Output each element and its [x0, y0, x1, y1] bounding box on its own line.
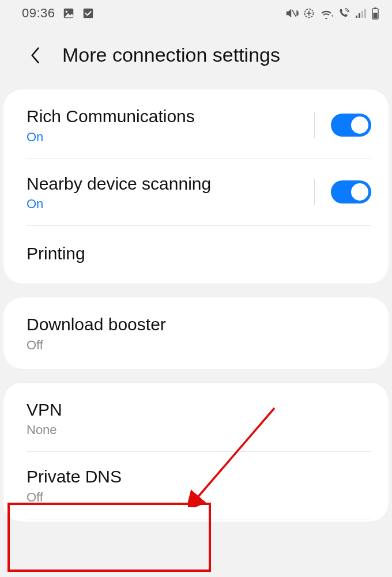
row-printing[interactable]: Printing [3, 226, 389, 281]
row-title: Rich Communications [27, 105, 307, 127]
row-subtitle: Off [27, 490, 371, 505]
row-private-dns[interactable]: Private DNS Off [3, 452, 389, 519]
wifi-icon: + [319, 7, 333, 19]
page-header: More connection settings [0, 27, 392, 89]
row-title: VPN [27, 399, 371, 421]
svg-point-1 [65, 10, 67, 13]
image-icon [62, 7, 75, 20]
page-title: More connection settings [62, 44, 280, 66]
row-vpn[interactable]: VPN None [3, 385, 389, 452]
toggle-nearby-device-scanning[interactable] [331, 180, 371, 203]
row-subtitle: Off [27, 338, 371, 353]
divider [27, 519, 371, 519]
row-title: Nearby device scanning [27, 173, 307, 195]
vertical-divider [314, 179, 315, 205]
back-button[interactable] [24, 44, 46, 66]
signal-icon [355, 7, 367, 19]
row-subtitle: On [27, 130, 307, 145]
clock: 09:36 [22, 6, 55, 21]
status-bar: 09:36 + [0, 0, 392, 27]
data-saver-icon [303, 7, 315, 19]
vertical-divider [314, 112, 315, 138]
row-subtitle: None [27, 423, 371, 438]
row-title: Printing [27, 243, 371, 265]
settings-group-3: VPN None Private DNS Off [3, 383, 389, 522]
svg-rect-9 [364, 9, 366, 18]
svg-rect-2 [83, 9, 93, 18]
row-download-booster[interactable]: Download booster Off [3, 300, 389, 367]
battery-icon [371, 7, 379, 20]
row-nearby-device-scanning[interactable]: Nearby device scanning On [3, 159, 389, 226]
row-title: Private DNS [27, 466, 371, 488]
row-title: Download booster [27, 314, 371, 335]
svg-text:+: + [331, 13, 333, 19]
svg-rect-6 [356, 16, 357, 18]
row-subtitle: On [27, 197, 307, 212]
toggle-rich-communications[interactable] [331, 114, 371, 137]
svg-line-3 [292, 10, 296, 17]
svg-rect-12 [374, 13, 378, 18]
settings-group-1: Rich Communications On Nearby device sca… [3, 89, 389, 284]
settings-group-2: Download booster Off [3, 297, 389, 369]
svg-rect-11 [374, 7, 376, 9]
svg-rect-8 [361, 11, 363, 18]
wifi-calling-icon [338, 7, 350, 19]
svg-rect-7 [359, 13, 360, 18]
mute-vibrate-icon [285, 7, 299, 19]
row-rich-communications[interactable]: Rich Communications On [3, 92, 389, 159]
checkbox-icon [82, 7, 95, 20]
